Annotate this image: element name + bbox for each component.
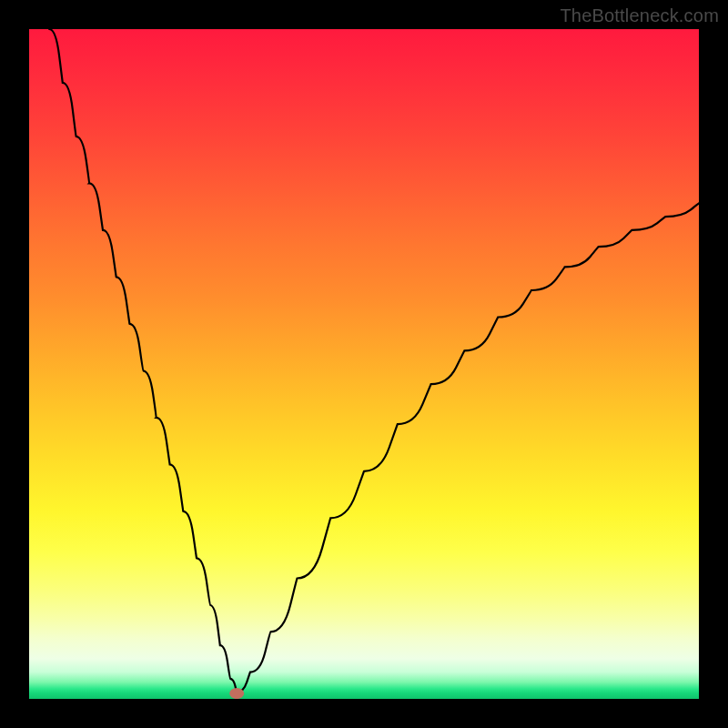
chart-container: TheBottleneck.com	[0, 0, 728, 728]
watermark-text: TheBottleneck.com	[560, 5, 719, 26]
bottleneck-curve	[49, 29, 699, 693]
minimum-point-marker	[229, 688, 244, 699]
bottleneck-curve-svg	[29, 29, 699, 699]
chart-plot-area	[29, 29, 699, 699]
